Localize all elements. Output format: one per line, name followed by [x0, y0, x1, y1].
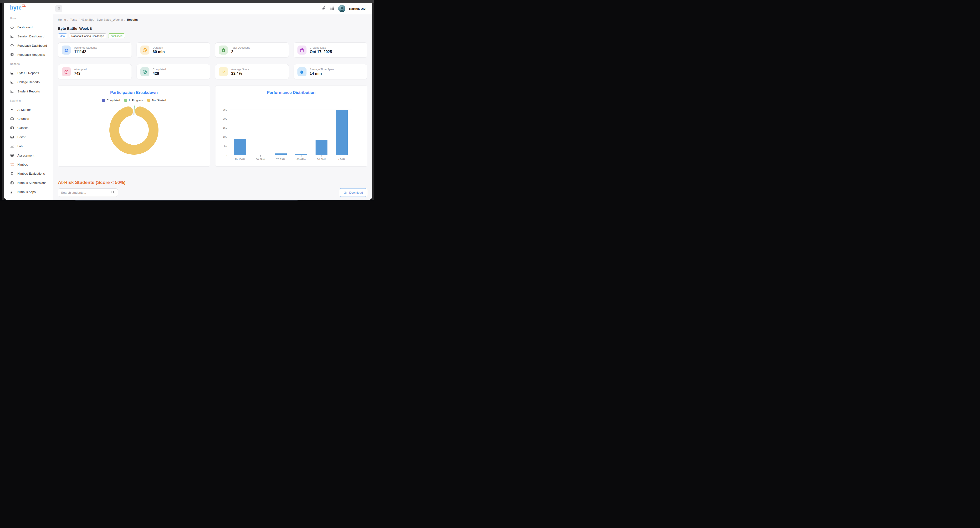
sidebar-item-bytexl-reports[interactable]: ByteXL Reports — [4, 68, 52, 78]
dashboard-icon — [10, 25, 14, 29]
sidebar-item-label: ByteXL Reports — [18, 71, 39, 75]
breadcrumb-item-tests[interactable]: Tests — [70, 18, 77, 21]
donut-segment-not-started — [109, 105, 159, 155]
x-tick — [321, 155, 322, 157]
search-students-input[interactable] — [61, 191, 109, 194]
ai-mentor-icon — [10, 108, 14, 112]
stat-value: 14 min — [310, 72, 335, 76]
bar-slot-90-100: 90-100% — [230, 110, 250, 155]
download-button-label: Download — [349, 191, 363, 194]
x-tick-label-50-59: 50-59% — [317, 158, 326, 161]
x-tick — [260, 155, 261, 157]
breadcrumb-item-home[interactable]: Home — [58, 18, 66, 21]
stat-card-assigned-students: Assigned Students111142 — [58, 42, 132, 58]
sidebar-item-label: Student Reports — [18, 90, 40, 93]
y-tick-label-100: 100 — [223, 135, 227, 138]
header-right-cluster: Karthik Divi — [321, 5, 366, 12]
apps-grid-icon — [330, 6, 334, 11]
performance-distribution-card: Performance Distribution 050100150200250… — [215, 86, 367, 167]
legend-swatch-not-started — [147, 99, 150, 102]
sidebar-item-nimbus-apps[interactable]: Nimbus Apps — [4, 187, 52, 196]
breadcrumb-item-results: Results — [127, 18, 138, 21]
x-axis-baseline — [230, 155, 352, 155]
check-circle-icon — [140, 67, 150, 76]
sidebar-item-college-reports[interactable]: College Reports — [4, 78, 52, 87]
window-top-bar — [0, 0, 374, 3]
sidebar-item-label: Nimbus Submissions — [18, 181, 46, 184]
legend-item-not-started[interactable]: Not Started — [147, 99, 166, 102]
sidebar-item-label: Nimbus Apps — [18, 190, 36, 194]
participation-donut-chart — [58, 105, 210, 155]
sidebar-item-courses[interactable]: Courses — [4, 114, 52, 123]
sidebar-item-label: Editor — [18, 135, 25, 139]
bytexl-logo[interactable]: byteXL — [4, 3, 52, 12]
bar-slot-50-59: 50-59% — [311, 110, 332, 155]
stat-value: 60 min — [153, 50, 165, 54]
bug-report-button[interactable] — [321, 6, 326, 11]
participation-chart-title: Participation Breakdown — [58, 90, 210, 95]
sidebar-item-feedback-requests[interactable]: Feedback Requests — [4, 50, 52, 59]
screen-left-edge — [0, 0, 4, 201]
at-risk-title: At-Risk Students (Score < 50%) — [58, 180, 367, 185]
sidebar-item-lab[interactable]: Lab — [4, 142, 52, 151]
breadcrumb-item-43zvr8fps-byte-battle-week-8[interactable]: 43zvr8fps - Byte Battle_Week 8 — [81, 18, 123, 21]
bar-90-100 — [234, 139, 246, 155]
sidebar-item-dashboard[interactable]: Dashboard — [4, 23, 52, 32]
student-reports-icon — [10, 89, 14, 94]
legend-swatch-completed — [102, 99, 105, 102]
bar-slot-80-89: 80-89% — [250, 110, 271, 155]
sidebar-item-feedback-dashboard[interactable]: Feedback Dashboard — [4, 41, 52, 50]
sidebar-item-classes[interactable]: Classes — [4, 123, 52, 132]
stat-card-average-time-spent: Average Time Spent14 min — [294, 64, 368, 80]
screen-bottom-edge — [0, 200, 374, 201]
top-header: Karthik Divi — [53, 3, 372, 14]
sidebar-item-label: Nimbus — [18, 163, 28, 166]
download-button[interactable]: Download — [339, 188, 367, 197]
x-tick — [342, 155, 342, 157]
bar-50 — [336, 110, 348, 155]
legend-item-completed[interactable]: Completed — [102, 99, 120, 102]
user-name[interactable]: Karthik Divi — [349, 7, 366, 11]
sidebar-item-label: Feedback Dashboard — [18, 44, 47, 48]
bug-icon — [321, 6, 326, 11]
avatar[interactable] — [338, 5, 345, 12]
y-tick-label-250: 250 — [223, 108, 227, 111]
users-icon — [62, 46, 71, 54]
sidebar-item-ai-mentor[interactable]: AI Mentor — [4, 105, 52, 114]
stat-value: 111142 — [74, 50, 97, 54]
sidebar-item-session-dashboard[interactable]: Session Dashboard — [4, 32, 52, 41]
logo-sup-text: XL — [22, 4, 26, 7]
trending-up-icon — [219, 67, 228, 76]
bar-slot-70-79: 70-79% — [270, 110, 291, 155]
session-dashboard-icon — [10, 34, 14, 38]
sidebar-item-label: Lab — [18, 145, 23, 148]
nimbus-apps-icon — [10, 190, 14, 194]
page-title: Byte Battle_Week 8 — [58, 27, 367, 31]
sidebar-item-label: Session Dashboard — [18, 35, 45, 38]
stat-label: Created Date — [310, 46, 332, 49]
sidebar-item-assessment[interactable]: Assessment — [4, 151, 52, 160]
apps-grid-button[interactable] — [330, 6, 334, 11]
background-window-edge — [75, 200, 298, 201]
sidebar-item-student-reports[interactable]: Student Reports — [4, 87, 52, 96]
collapse-menu-icon — [57, 6, 61, 11]
sidebar-collapse-button[interactable] — [55, 5, 62, 12]
feedback-dashboard-icon — [10, 44, 14, 48]
sidebar-section-label-learning: Learning — [4, 96, 52, 105]
bytexl-reports-icon — [10, 71, 14, 75]
courses-icon — [10, 117, 14, 121]
sidebar-item-nimbus[interactable]: Nimbus — [4, 160, 52, 169]
legend-label: Completed — [107, 99, 120, 102]
legend-item-in-progress[interactable]: In Progress — [124, 99, 143, 102]
sidebar-item-editor[interactable]: Editor — [4, 132, 52, 142]
stat-label: Assigned Students — [74, 46, 97, 49]
sidebar-item-nimbus-evaluations[interactable]: Nimbus Evaluations — [4, 169, 52, 178]
stat-label: Completed — [153, 68, 166, 71]
x-tick — [301, 155, 301, 157]
stat-card-total-questions: Total Questions2 — [215, 42, 289, 58]
x-tick — [281, 155, 281, 157]
sidebar-item-nimbus-submissions[interactable]: Nimbus Submissions — [4, 178, 52, 187]
sidebar-section-label-reports: Reports — [4, 59, 52, 68]
sidebar: byteXL HomeDashboardSession DashboardFee… — [4, 3, 53, 200]
nimbus-submissions-icon — [10, 181, 14, 185]
